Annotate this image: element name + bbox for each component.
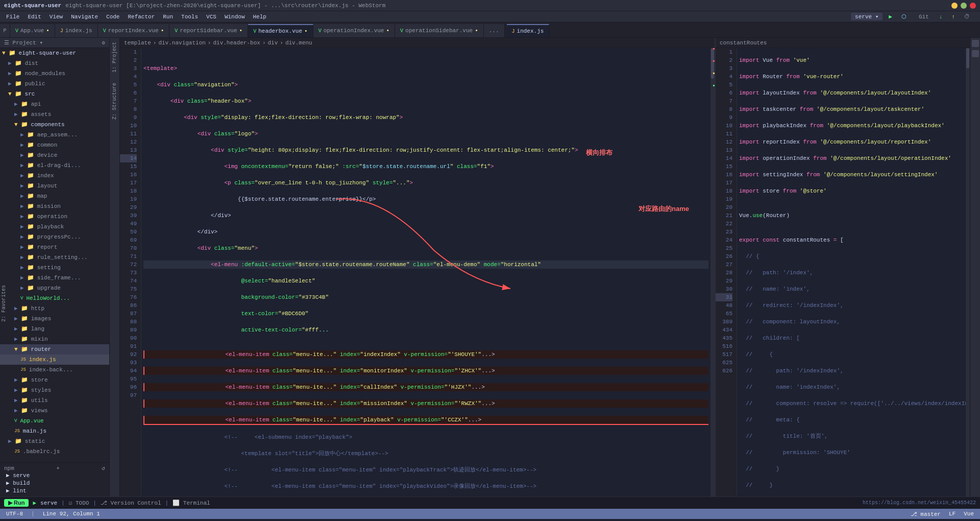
code-minimap-right[interactable] <box>966 48 970 496</box>
tree-item-src[interactable]: ▼ 📁 src <box>0 89 109 99</box>
tab-more[interactable]: ... <box>484 24 505 37</box>
menu-tools[interactable]: Tools <box>177 14 202 20</box>
tree-item-assets[interactable]: ▶ 📁 assets <box>0 109 109 120</box>
run-config-dropdown[interactable]: serve ▾ <box>851 13 883 20</box>
menu-code[interactable]: Code <box>102 14 124 20</box>
menu-run[interactable]: Run <box>159 14 177 20</box>
vcs-push[interactable]: ↑ <box>947 14 959 20</box>
project-panel-title: ☰ Project ▾ <box>4 39 43 46</box>
breadcrumb-div-menu[interactable]: div.menu <box>285 40 312 46</box>
tree-item-mainjs-file[interactable]: JS main.js <box>0 426 109 436</box>
tree-item-router[interactable]: ▼ 📁 router <box>0 344 109 354</box>
npm-refresh-btn[interactable]: ↺ <box>102 465 105 471</box>
tree-item-helloworld[interactable]: VHelloWorld... <box>0 293 109 303</box>
win-min-btn[interactable] <box>951 3 958 9</box>
menu-refactor[interactable]: Refactor <box>124 14 159 20</box>
npm-serve-item[interactable]: ▶ serve <box>4 471 105 479</box>
tree-item-images[interactable]: ▶📁images <box>0 314 109 324</box>
menu-window[interactable]: Window <box>220 14 249 20</box>
right-panel-btn-2[interactable] <box>972 50 979 57</box>
code-content-left[interactable]: <template> <div class="navigation"> <div… <box>141 48 710 496</box>
run-button[interactable]: ▶ <box>885 13 896 20</box>
tree-item-public[interactable]: ▶ 📁 public <box>0 79 109 89</box>
tree-item-map[interactable]: ▶📁map <box>0 191 109 201</box>
npm-build-item[interactable]: ▶ build <box>4 479 105 487</box>
tree-item-root[interactable]: ▼ 📁 eight-square-user <box>0 48 109 58</box>
tree-item-device[interactable]: ▶📁device <box>0 150 109 160</box>
tree-item-styles[interactable]: ▶📁styles <box>0 385 109 395</box>
tree-item-aep_assem[interactable]: ▶📁aep_assem... <box>0 130 109 140</box>
tree-item-utils[interactable]: ▶📁utils <box>0 395 109 406</box>
breadcrumb-div[interactable]: div <box>267 40 278 46</box>
tree-item-views[interactable]: ▶📁views <box>0 406 109 416</box>
tree-item-http[interactable]: ▶📁http <box>0 303 109 314</box>
tab-modified-indicator: • <box>386 28 389 34</box>
tab-appvue[interactable]: V App.vue • <box>10 24 55 37</box>
tree-item-common[interactable]: ▶📁common <box>0 140 109 150</box>
breadcrumb-div-header-box[interactable]: div.header-box <box>213 40 260 46</box>
terminal-tab[interactable]: ⬜ Terminal <box>173 500 210 506</box>
menu-navigate[interactable]: Navigate <box>67 14 102 20</box>
tree-item-side_frame[interactable]: ▶📁side_frame... <box>0 273 109 283</box>
menu-view[interactable]: View <box>45 14 67 20</box>
right-code-content[interactable]: import Vue from 'vue' import Router from… <box>737 48 966 496</box>
tree-item-static[interactable]: ▶📁static <box>0 436 109 446</box>
tree-item-mission[interactable]: ▶📁mission <box>0 201 109 211</box>
tree-item-el-drag-di[interactable]: ▶📁el-drag-di... <box>0 160 109 171</box>
tree-item-dist[interactable]: ▶ 📁 dist <box>0 58 109 68</box>
win-close-btn[interactable] <box>970 3 976 9</box>
todo-tab[interactable]: ☑ TODO <box>69 500 89 506</box>
run-button-bottom[interactable]: ▶ Run <box>4 499 29 507</box>
tab-right-indexjs[interactable]: J index.js <box>507 24 550 37</box>
code-minimap-left[interactable] <box>710 48 715 496</box>
tab-label: reportIndex.vue <box>108 28 159 34</box>
tree-item-indexback-file[interactable]: JS index-back... <box>0 365 109 375</box>
tree-item-api[interactable]: ▶ 📁 api <box>0 99 109 109</box>
tab-headerbox[interactable]: V headerbox.vue • <box>248 24 313 37</box>
project-panel-actions[interactable]: ⚙ <box>102 40 105 46</box>
tab-modified-indicator: • <box>304 28 308 34</box>
favorites-vertical-tab[interactable]: 2: Favorites <box>0 281 8 326</box>
tree-item-babelrc[interactable]: JS .babelrc.js <box>0 446 109 457</box>
tree-item-appvue-file[interactable]: V App.vue <box>0 416 109 426</box>
structure-vertical-tab[interactable]: Z: Structure <box>111 79 118 124</box>
tree-item-indexjs-file[interactable]: JS index.js <box>0 354 109 365</box>
npm-section: npm + ↺ ▶ serve ▶ build ▶ lint <box>0 462 109 496</box>
right-panel-btn-1[interactable] <box>972 40 979 47</box>
tree-item-rule_setting[interactable]: ▶📁rule_setting... <box>0 252 109 263</box>
menu-file[interactable]: File <box>2 14 23 20</box>
breadcrumb-template[interactable]: template <box>124 40 151 46</box>
tree-item-layout[interactable]: ▶📁layout <box>0 181 109 191</box>
tree-item-playback[interactable]: ▶📁playback <box>0 222 109 232</box>
vcs-history[interactable]: ⏱ <box>960 13 974 20</box>
right-breadcrumb-text: constantRoutes <box>720 40 767 46</box>
tree-item-operation[interactable]: ▶📁operation <box>0 211 109 222</box>
menu-vcs[interactable]: VCS <box>202 14 220 20</box>
menu-edit[interactable]: Edit <box>23 14 45 20</box>
npm-lint-item[interactable]: ▶ lint <box>4 487 105 494</box>
tree-item-mixin[interactable]: ▶📁mixin <box>0 334 109 344</box>
tree-item-progressPc[interactable]: ▶📁progressPc... <box>0 232 109 242</box>
breadcrumb-div-navigation[interactable]: div.navigation <box>158 40 205 46</box>
tab-reportindex[interactable]: V reportIndex.vue • <box>98 24 170 37</box>
npm-add-btn[interactable]: + <box>56 465 60 471</box>
tree-item-store[interactable]: ▶📁store <box>0 375 109 385</box>
tab-operationsidebar[interactable]: V operationSidebar.vue • <box>395 24 484 37</box>
tree-item-report[interactable]: ▶📁report <box>0 242 109 252</box>
project-panel-toggle[interactable]: P <box>0 24 10 37</box>
tab-operationindex[interactable]: V operationIndex.vue • <box>313 24 395 37</box>
tree-item-setting[interactable]: ▶📁setting <box>0 263 109 273</box>
menu-help[interactable]: Help <box>249 14 271 20</box>
version-control-tab[interactable]: ⎇ Version Control <box>101 500 161 506</box>
tree-item-upgrade[interactable]: ▶📁upgrade <box>0 283 109 293</box>
vcs-update[interactable]: ↓ <box>935 14 947 20</box>
debug-button[interactable]: ⬡ <box>897 13 911 20</box>
tree-item-index[interactable]: ▶📁index <box>0 171 109 181</box>
win-max-btn[interactable] <box>961 3 967 9</box>
tab-reportsidebar[interactable]: V reportSidebar.vue • <box>169 24 248 37</box>
tree-item-node_modules[interactable]: ▶ 📁 node_modules <box>0 68 109 79</box>
project-vertical-tab[interactable]: 1: Project <box>111 38 118 77</box>
tab-indexjs[interactable]: J index.js <box>55 24 98 37</box>
tree-item-lang[interactable]: ▶📁lang <box>0 324 109 334</box>
tree-item-components[interactable]: ▼ 📁 components <box>0 120 109 130</box>
